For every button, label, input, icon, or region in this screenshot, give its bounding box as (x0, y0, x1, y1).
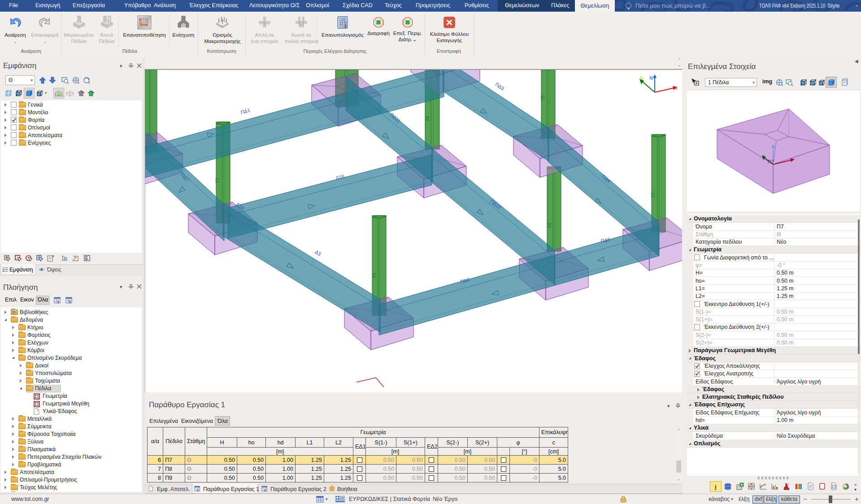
svg-text:1: 1 (197, 488, 199, 492)
svg-text:123: 123 (341, 18, 345, 21)
svg-text:N: N (649, 75, 653, 81)
svg-text:2: 2 (264, 488, 266, 492)
svg-text:Y1: Y1 (215, 177, 220, 183)
svg-text:Y5: Y5 (540, 95, 545, 101)
svg-text:Y8: Y8 (547, 222, 552, 228)
svg-text:Y9: Y9 (372, 272, 377, 278)
svg-text:E: E (85, 256, 88, 261)
svg-text:d: d (65, 256, 67, 260)
svg-text:Y6: Y6 (425, 116, 430, 121)
svg-text:Π7: Π7 (768, 159, 774, 164)
svg-text:Δ3: Δ3 (314, 249, 322, 257)
svg-text:ΠΔ1: ΠΔ1 (240, 108, 251, 115)
svg-text:2: 2 (69, 300, 71, 304)
svg-text:x: x (675, 86, 678, 90)
svg-text:i: i (715, 483, 717, 490)
svg-text:Ψ: Ψ (73, 254, 77, 259)
svg-text:1: 1 (57, 300, 60, 304)
svg-text:Y7: Y7 (651, 192, 656, 198)
svg-text:ΠΔ3: ΠΔ3 (494, 82, 505, 91)
